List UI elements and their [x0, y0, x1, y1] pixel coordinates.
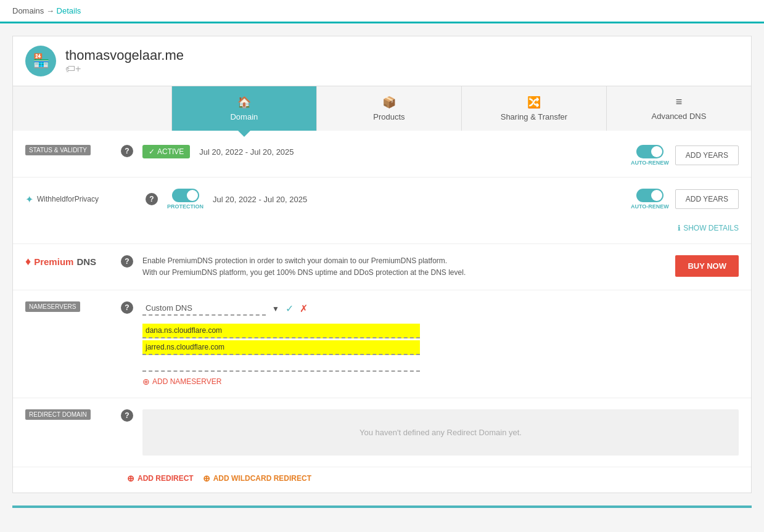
tab-sharing-label: Sharing & Transfer [501, 112, 567, 121]
dns-grid-icon: ≡ [676, 96, 683, 108]
premium-dns-help-icon[interactable]: ? [121, 255, 133, 268]
privacy-help-icon[interactable]: ? [146, 193, 158, 205]
info-circle-icon: ℹ [678, 224, 681, 232]
privacy-star-icon: ✦ [25, 194, 33, 205]
box-icon: 📦 [382, 96, 396, 109]
domain-header: 🏪 thomasvogelaar.me 🏷+ [13, 36, 751, 86]
ns3-input[interactable] [142, 357, 420, 372]
status-actions: AUTO-RENEW ADD YEARS [631, 145, 739, 166]
tab-domain[interactable]: 🏠 Domain [172, 86, 317, 131]
privacy-date-range: Jul 20, 2022 - Jul 20, 2025 [213, 195, 307, 204]
redirect-domain-row: REDIRECT DOMAIN ? You haven't defined an… [13, 398, 751, 467]
privacy-auto-renew-toggle[interactable] [636, 189, 663, 202]
tabs-wrapper: 🏠 Domain 📦 Products 🔀 Sharing & Transfer… [13, 86, 751, 131]
buy-now-button[interactable]: BUY NOW [675, 255, 739, 277]
domain-name-area: thomasvogelaar.me 🏷+ [65, 47, 184, 75]
home-icon: 🏠 [237, 96, 251, 109]
premium-dns-actions: BUY NOW [675, 255, 739, 277]
main-content: 🏪 thomasvogelaar.me 🏷+ 🏠 Domain 📦 Produc… [12, 36, 752, 493]
auto-renew-label: AUTO-RENEW [631, 160, 669, 166]
premium-dns-desc-line2: With our PremiumDNS platform, you get 10… [142, 267, 666, 279]
tab-advanced-dns[interactable]: ≡ Advanced DNS [607, 86, 751, 131]
nameservers-row: NAMESERVERS ? Custom DNS ▼ ✓ ✗ ⊕ ADD NAM… [13, 290, 751, 398]
add-redirect-icon: ⊕ [127, 473, 134, 483]
dropdown-arrow-icon: ▼ [272, 305, 279, 313]
tab-sharing-transfer[interactable]: 🔀 Sharing & Transfer [462, 86, 607, 131]
wildcard-icon: ⊕ [203, 473, 210, 483]
premium-dns-row: ♦ PremiumDNS ? Enable PremiumDNS protect… [13, 244, 751, 290]
add-redirect-label: ADD REDIRECT [138, 474, 194, 483]
auto-renew-toggle-wrapper: AUTO-RENEW [631, 145, 669, 166]
add-nameserver-label: ADD NAMESERVER [152, 377, 221, 386]
nameserver-content: Custom DNS ▼ ✓ ✗ ⊕ ADD NAMESERVER [142, 301, 739, 387]
premium-dns-logo: ♦ PremiumDNS [25, 255, 112, 268]
transfer-icon: 🔀 [527, 96, 541, 109]
add-wildcard-label: ADD WILDCARD REDIRECT [213, 474, 311, 483]
status-date-range: Jul 20, 2022 - Jul 20, 2025 [199, 147, 294, 157]
active-label: ACTIVE [157, 147, 184, 156]
protection-label: PROTECTION [167, 203, 203, 210]
protection-toggle[interactable] [172, 189, 199, 202]
breadcrumb-domains[interactable]: Domains [12, 6, 44, 15]
show-details-link[interactable]: ℹ SHOW DETAILS [678, 224, 739, 232]
privacy-main-row: ✦ WithheldforPrivacy ? PROTECTION Jul 20… [25, 189, 739, 210]
breadcrumb-details[interactable]: Details [57, 6, 81, 15]
add-years-button[interactable]: ADD YEARS [675, 145, 739, 165]
gem-icon: ♦ [25, 255, 31, 268]
nameservers-label-area: NAMESERVERS [25, 301, 112, 312]
check-icon: ✓ [149, 147, 155, 156]
privacy-content: PROTECTION Jul 20, 2022 - Jul 20, 2025 [167, 189, 622, 210]
dns-text: DNS [76, 256, 96, 267]
redirect-label-area: REDIRECT DOMAIN [25, 409, 112, 420]
privacy-auto-renew-wrapper: AUTO-RENEW [631, 189, 669, 210]
premium-text: Premium [34, 256, 73, 267]
privacy-logo-text: WithheldforPrivacy [37, 195, 99, 203]
premium-dns-logo-area: ♦ PremiumDNS [25, 255, 112, 268]
tab-products[interactable]: 📦 Products [317, 86, 462, 131]
privacy-actions: AUTO-RENEW ADD YEARS [631, 189, 739, 210]
privacy-logo: ✦ WithheldforPrivacy [25, 194, 136, 205]
privacy-row: ✦ WithheldforPrivacy ? PROTECTION Jul 20… [13, 178, 751, 244]
tabs: 🏠 Domain 📦 Products 🔀 Sharing & Transfer… [13, 86, 751, 131]
tab-spacer [13, 86, 172, 131]
show-details-label: SHOW DETAILS [683, 224, 739, 232]
ns1-input[interactable] [142, 324, 420, 338]
redirect-help-icon[interactable]: ? [121, 409, 133, 422]
privacy-auto-renew-label: AUTO-RENEW [631, 203, 669, 210]
bottom-teal-bar [12, 505, 752, 508]
tab-domain-label: Domain [230, 112, 258, 121]
domain-icon: 🏪 [25, 46, 56, 76]
cancel-dns-icon[interactable]: ✗ [300, 303, 308, 314]
add-circle-icon: ⊕ [142, 377, 150, 387]
ns2-input[interactable] [142, 340, 420, 355]
redirect-badge: REDIRECT DOMAIN [25, 409, 91, 420]
premium-dns-desc-line1: Enable PremiumDNS protection in order to… [142, 255, 666, 267]
privacy-logo-area: ✦ WithheldforPrivacy [25, 194, 136, 205]
dns-type-dropdown[interactable]: Custom DNS [142, 301, 266, 316]
premium-dns-description: Enable PremiumDNS protection in order to… [142, 255, 666, 279]
add-wildcard-redirect-button[interactable]: ⊕ ADD WILDCARD REDIRECT [203, 473, 311, 483]
nameserver-inputs: ⊕ ADD NAMESERVER [142, 324, 739, 387]
add-redirect-button[interactable]: ⊕ ADD REDIRECT [127, 473, 194, 483]
tab-products-label: Products [373, 112, 405, 121]
nameservers-help-icon[interactable]: ? [121, 301, 133, 314]
auto-renew-toggle[interactable] [636, 145, 663, 158]
add-nameserver-button[interactable]: ⊕ ADD NAMESERVER [142, 377, 739, 387]
status-badge: STATUS & VALIDITY [25, 145, 91, 155]
nameservers-badge: NAMESERVERS [25, 301, 80, 312]
breadcrumb-arrow: → [46, 6, 54, 15]
protection-toggle-wrapper: PROTECTION [167, 189, 203, 210]
status-content: ✓ ACTIVE Jul 20, 2022 - Jul 20, 2025 [142, 145, 622, 158]
status-help-icon[interactable]: ? [121, 145, 133, 157]
store-icon: 🏪 [33, 53, 49, 69]
dns-select-row: Custom DNS ▼ ✓ ✗ [142, 301, 739, 316]
confirm-dns-icon[interactable]: ✓ [285, 303, 294, 314]
privacy-add-years-button[interactable]: ADD YEARS [675, 189, 739, 209]
active-badge: ✓ ACTIVE [142, 145, 190, 158]
redirect-empty-state: You haven't defined any Redirect Domain … [142, 409, 739, 456]
privacy-sub-row: ℹ SHOW DETAILS [25, 219, 739, 232]
status-label-area: STATUS & VALIDITY [25, 145, 112, 155]
domain-tag-icon[interactable]: 🏷+ [65, 63, 184, 75]
status-validity-row: STATUS & VALIDITY ? ✓ ACTIVE Jul 20, 202… [13, 134, 751, 178]
redirect-actions: ⊕ ADD REDIRECT ⊕ ADD WILDCARD REDIRECT [13, 467, 751, 493]
